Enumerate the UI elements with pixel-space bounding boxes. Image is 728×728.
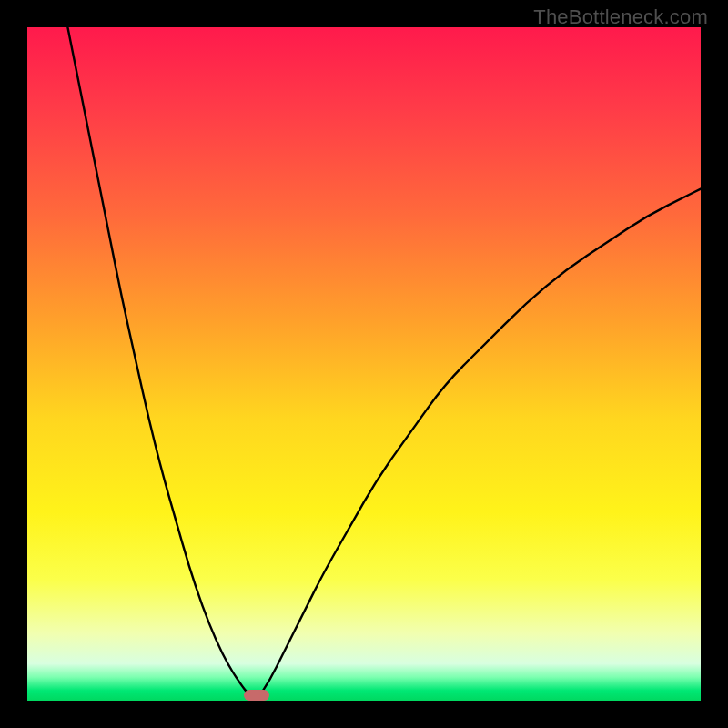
curve-left-branch [67,27,256,701]
optimal-marker [244,690,269,701]
bottleneck-curve [27,27,701,701]
watermark-text: TheBottleneck.com [533,5,708,29]
curve-right-branch [257,189,701,701]
plot-area [27,27,701,701]
chart-frame: TheBottleneck.com [0,0,728,728]
